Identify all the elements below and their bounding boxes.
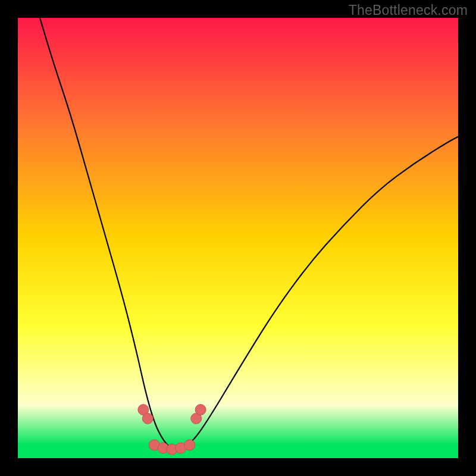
curve-marker (195, 405, 206, 415)
plot-area (18, 18, 458, 458)
curve-marker (184, 440, 195, 450)
curve-marker (142, 413, 153, 424)
chart-svg (18, 18, 458, 458)
watermark-text: TheBottleneck.com (349, 2, 468, 18)
gradient-background (18, 18, 458, 458)
chart-frame: TheBottleneck.com (0, 0, 476, 476)
